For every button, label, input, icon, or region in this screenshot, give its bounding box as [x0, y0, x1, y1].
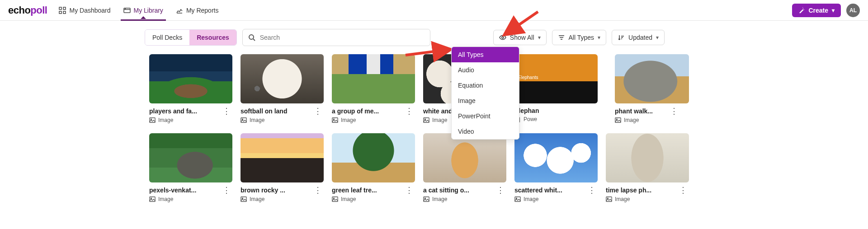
- resource-card[interactable]: time lapse ph... ⋮ Image: [606, 133, 689, 202]
- card-title: scattered whit...: [514, 187, 586, 194]
- card-type: Image: [624, 117, 639, 123]
- avatar-initials: AL: [849, 7, 857, 14]
- thumbnail: [332, 133, 415, 182]
- svg-point-27: [516, 198, 517, 199]
- nav-label: My Reports: [186, 7, 219, 14]
- search-input-wrap[interactable]: [242, 29, 430, 46]
- type-option-audio[interactable]: Audio: [452, 62, 519, 78]
- resource-card[interactable]: softball on land ⋮ Image: [241, 54, 324, 123]
- thumbnail: [332, 54, 415, 103]
- nav-my-dashboard[interactable]: My Dashboard: [59, 0, 110, 20]
- svg-point-9: [151, 119, 151, 120]
- dashboard-icon: [59, 7, 66, 14]
- avatar[interactable]: AL: [846, 4, 860, 17]
- card-menu-button[interactable]: ⋮: [495, 186, 506, 194]
- resource-card[interactable]: scattered whit... ⋮ Image: [514, 133, 598, 202]
- library-toolbar: Poll Decks Resources Show All ▾ All Type…: [145, 21, 665, 52]
- svg-point-15: [425, 119, 425, 120]
- card-menu-button[interactable]: ⋮: [586, 186, 598, 194]
- chevron-down-icon: ▾: [598, 34, 600, 41]
- type-option-all[interactable]: All Types: [452, 47, 519, 62]
- card-title: brown rocky ...: [241, 187, 312, 194]
- svg-rect-0: [59, 7, 61, 9]
- svg-point-5: [125, 9, 125, 9]
- resource-card[interactable]: a group of me... ⋮ Image: [332, 54, 415, 123]
- slide-text: Elephants: [518, 75, 538, 80]
- svg-rect-24: [424, 197, 429, 202]
- card-type: Image: [158, 196, 173, 202]
- card-title: time lapse ph...: [606, 187, 677, 194]
- card-menu-button[interactable]: ⋮: [312, 186, 324, 194]
- svg-point-25: [425, 198, 425, 199]
- card-type: Image: [432, 196, 447, 202]
- thumbnail: [514, 133, 598, 182]
- type-option-powerpoint[interactable]: PowerPoint: [452, 108, 519, 124]
- card-menu-button[interactable]: ⋮: [221, 107, 232, 115]
- type-option-image[interactable]: Image: [452, 93, 519, 108]
- svg-rect-18: [150, 197, 155, 202]
- image-icon: [241, 196, 247, 202]
- card-menu-button[interactable]: ⋮: [221, 186, 232, 194]
- image-icon: [423, 196, 429, 202]
- image-icon: [514, 196, 521, 202]
- resource-card[interactable]: players and fa... ⋮ Image: [149, 54, 232, 123]
- nav-my-library[interactable]: My Library: [123, 0, 163, 20]
- resource-card[interactable]: brown rocky ... ⋮ Image: [241, 133, 324, 202]
- create-label: Create: [808, 7, 828, 14]
- nav-my-reports[interactable]: My Reports: [176, 0, 219, 20]
- thumbnail: [615, 54, 689, 103]
- svg-point-17: [616, 119, 617, 120]
- svg-rect-10: [241, 118, 246, 123]
- svg-rect-3: [63, 11, 66, 14]
- logo-part2: poll: [30, 5, 47, 16]
- search-icon: [248, 34, 255, 41]
- thumbnail: [241, 133, 324, 182]
- svg-point-11: [242, 119, 243, 120]
- library-icon: [123, 7, 131, 14]
- reports-icon: [176, 7, 183, 14]
- resource-card[interactable]: pexels-venkat... ⋮ Image: [149, 133, 232, 202]
- resource-card[interactable]: green leaf tre... ⋮ Image: [332, 133, 415, 202]
- nav-label: My Dashboard: [69, 7, 110, 14]
- svg-rect-2: [59, 11, 61, 14]
- svg-rect-16: [615, 118, 621, 123]
- card-title: a cat sitting o...: [423, 187, 495, 194]
- image-icon: [241, 117, 247, 123]
- card-menu-button[interactable]: ⋮: [677, 186, 689, 194]
- filter-show-all[interactable]: Show All ▾: [493, 30, 547, 45]
- type-option-equation[interactable]: Equation: [452, 78, 519, 93]
- card-title: a group of me...: [332, 107, 403, 115]
- tab-poll-decks[interactable]: Poll Decks: [145, 30, 189, 45]
- resource-card[interactable]: phant walk... ⋮ Image: [606, 54, 680, 123]
- svg-rect-8: [150, 118, 155, 123]
- filter-all-types[interactable]: All Types ▾: [552, 30, 607, 45]
- magic-wand-icon: [798, 7, 805, 14]
- card-title: players and fa...: [149, 107, 221, 115]
- main-nav: My Dashboard My Library My Reports: [59, 0, 218, 20]
- resource-card[interactable]: Elephants Elephan Powe: [514, 54, 598, 123]
- card-menu-button[interactable]: ⋮: [312, 107, 324, 115]
- card-type: Image: [615, 196, 630, 202]
- tab-resources[interactable]: Resources: [189, 30, 236, 45]
- resource-card[interactable]: a cat sitting o... ⋮ Image: [423, 133, 506, 202]
- card-type: Image: [250, 117, 264, 123]
- svg-rect-12: [332, 118, 338, 123]
- sort-updated[interactable]: Updated ▾: [612, 30, 665, 45]
- image-icon: [332, 196, 338, 202]
- chevron-down-icon: ▾: [538, 34, 541, 41]
- thumbnail: [606, 133, 689, 182]
- all-types-dropdown: All Types Audio Equation Image PowerPoin…: [451, 47, 519, 140]
- create-button[interactable]: Create ▾: [792, 4, 841, 17]
- card-menu-button[interactable]: ⋮: [403, 186, 415, 194]
- filter-icon: [558, 34, 565, 41]
- library-tabs: Poll Decks Resources: [145, 29, 237, 46]
- svg-rect-26: [515, 197, 520, 202]
- filter-label: Show All: [510, 34, 534, 41]
- card-menu-button[interactable]: ⋮: [403, 107, 415, 115]
- card-title: green leaf tre...: [332, 187, 403, 194]
- image-icon: [423, 117, 429, 123]
- card-menu-button[interactable]: ⋮: [668, 107, 680, 115]
- image-icon: [606, 196, 612, 202]
- search-input[interactable]: [260, 34, 425, 41]
- type-option-video[interactable]: Video: [452, 124, 519, 139]
